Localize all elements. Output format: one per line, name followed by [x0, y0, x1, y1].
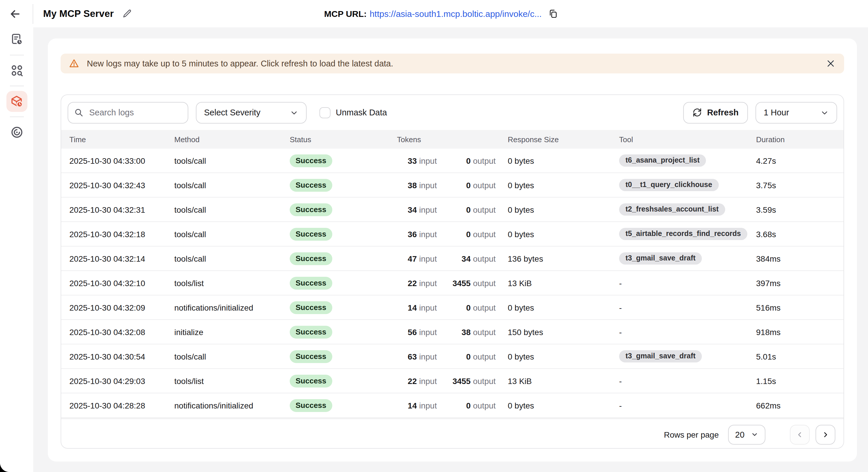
cell-duration: 1.15s — [756, 376, 843, 385]
top-bar: My MCP Server MCP URL: https://asia-sout… — [0, 0, 868, 27]
cell-duration: 397ms — [756, 278, 843, 288]
table-row[interactable]: 2025-10-30 04:33:00tools/callSuccess33in… — [61, 149, 843, 173]
sidebar-divider — [10, 55, 24, 55]
cell-status: Success — [290, 252, 397, 265]
cell-status: Success — [290, 350, 397, 363]
table-row[interactable]: 2025-10-30 04:32:43tools/callSuccess38in… — [61, 173, 843, 197]
warning-banner: New logs may take up to 5 minutes to app… — [61, 54, 844, 73]
tokens-output-label: output — [473, 303, 496, 312]
tokens-output-label: output — [473, 352, 496, 361]
chevron-down-icon — [290, 108, 299, 117]
cell-method: tools/call — [174, 156, 290, 165]
cell-tool: - — [619, 327, 756, 337]
mcp-server-logs-page: My MCP Server MCP URL: https://asia-sout… — [0, 0, 868, 472]
cell-tokens: 22input3455output — [397, 278, 508, 288]
tokens-output-value: 0 — [445, 352, 471, 361]
cell-tokens: 34input0output — [397, 205, 508, 214]
banner-close-button[interactable] — [826, 58, 836, 69]
back-button[interactable] — [7, 6, 23, 21]
tokens-output-label: output — [473, 180, 496, 190]
previous-page-button[interactable] — [790, 424, 810, 444]
cell-duration: 4.27s — [756, 156, 843, 165]
tokens-input-label: input — [419, 205, 437, 214]
table-row[interactable]: 2025-10-30 04:29:03tools/listSuccess22in… — [61, 369, 843, 394]
cell-time: 2025-10-30 04:29:03 — [61, 376, 174, 385]
search-box[interactable] — [68, 102, 188, 123]
severity-value: Select Severity — [204, 108, 260, 117]
close-icon — [826, 59, 835, 68]
time-range-select[interactable]: 1 Hour — [755, 102, 837, 123]
cell-tool: - — [619, 303, 756, 312]
table-row[interactable]: 2025-10-30 04:32:14tools/callSuccess47in… — [61, 247, 843, 271]
status-badge: Success — [290, 179, 332, 191]
copy-url-button[interactable] — [547, 8, 558, 19]
cell-response-size: 0 bytes — [508, 303, 619, 312]
edit-title-button[interactable] — [122, 8, 132, 19]
table-row[interactable]: 2025-10-30 04:32:09notifications/initial… — [61, 295, 843, 320]
sidebar-item-execution-logs[interactable] — [6, 29, 27, 50]
status-badge: Success — [290, 252, 332, 265]
cell-tool: t5_airtable_records_find_records — [619, 228, 756, 240]
cell-status: Success — [290, 325, 397, 338]
cell-response-size: 0 bytes — [508, 180, 619, 190]
tokens-input-label: input — [419, 229, 437, 239]
cell-tokens: 33input0output — [397, 156, 508, 165]
table-row[interactable]: 2025-10-30 04:28:28notifications/initial… — [61, 394, 843, 418]
table-row[interactable]: 2025-10-30 04:32:08initializeSuccess56in… — [61, 320, 843, 344]
status-badge: Success — [290, 154, 332, 167]
table-row[interactable]: 2025-10-30 04:32:10tools/listSuccess22in… — [61, 271, 843, 295]
table-row[interactable]: 2025-10-30 04:32:18tools/callSuccess36in… — [61, 222, 843, 247]
copy-icon — [548, 9, 558, 19]
search-input[interactable] — [88, 107, 182, 118]
banner-message: New logs may take up to 5 minutes to app… — [87, 59, 393, 68]
package-history-icon — [9, 94, 24, 109]
sidebar-item-mcp-logs[interactable] — [6, 91, 27, 112]
cell-tokens: 47input34output — [397, 254, 508, 263]
cell-time: 2025-10-30 04:32:08 — [61, 327, 174, 337]
tokens-output-label: output — [473, 376, 496, 385]
cell-tokens: 63input0output — [397, 352, 508, 361]
tokens-input-value: 34 — [397, 205, 417, 214]
cell-status: Success — [290, 301, 397, 314]
cell-duration: 662ms — [756, 401, 843, 410]
document-history-icon — [10, 33, 24, 46]
refresh-button[interactable]: Refresh — [683, 102, 748, 123]
tokens-output-label: output — [473, 229, 496, 239]
tokens-output-value: 0 — [445, 229, 471, 239]
tokens-input-value: 63 — [397, 352, 417, 361]
table-row[interactable]: 2025-10-30 04:30:54tools/callSuccess63in… — [61, 344, 843, 369]
target-icon — [10, 125, 24, 139]
cell-method: tools/list — [174, 278, 290, 288]
cell-status: Success — [290, 154, 397, 167]
cell-tool: - — [619, 278, 756, 288]
mcp-url-group: MCP URL: https://asia-south1.mcp.boltic.… — [324, 0, 558, 27]
search-icon — [74, 108, 83, 117]
status-badge: Success — [290, 325, 332, 338]
rows-per-page-select[interactable]: 20 — [728, 424, 766, 444]
cell-tool: - — [619, 376, 756, 385]
table-row[interactable]: 2025-10-30 04:32:31tools/callSuccess34in… — [61, 197, 843, 222]
cell-time: 2025-10-30 04:32:10 — [61, 278, 174, 288]
rows-per-page-label: Rows per page — [664, 430, 719, 439]
mcp-url-label: MCP URL: — [324, 9, 367, 19]
unmask-data-toggle[interactable]: Unmask Data — [319, 107, 387, 118]
cell-status: Success — [290, 374, 397, 387]
next-page-button[interactable] — [815, 424, 835, 444]
column-header-duration: Duration — [756, 135, 843, 144]
tokens-input-value: 56 — [397, 327, 417, 337]
cell-tokens: 14input0output — [397, 303, 508, 312]
page-title: My MCP Server — [43, 8, 114, 19]
sidebar-item-monitoring[interactable] — [6, 122, 27, 143]
cell-tool: t0__t1_query_clickhouse — [619, 179, 756, 191]
tokens-output-label: output — [473, 205, 496, 214]
mcp-url-link[interactable]: https://asia-south1.mcp.boltic.app/invok… — [370, 9, 541, 19]
severity-select[interactable]: Select Severity — [196, 102, 307, 123]
sidebar-item-browse-apps[interactable] — [6, 60, 27, 81]
unmask-checkbox[interactable] — [319, 107, 331, 118]
tokens-output-label: output — [473, 254, 496, 263]
rows-per-page-value: 20 — [735, 430, 744, 439]
tokens-input-value: 47 — [397, 254, 417, 263]
tokens-output-value: 3455 — [445, 278, 471, 288]
status-badge: Success — [290, 277, 332, 289]
warning-triangle-icon — [69, 58, 79, 69]
